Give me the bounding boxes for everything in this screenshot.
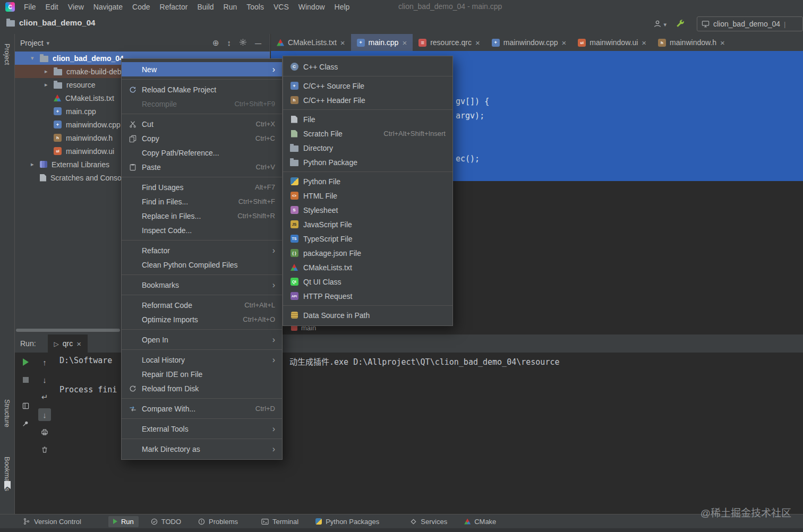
status-item-version-control[interactable]: Version Control bbox=[18, 516, 86, 527]
chevron-down-icon[interactable] bbox=[47, 39, 50, 47]
menu-item-copy[interactable]: Copy Ctrl+C bbox=[122, 131, 282, 145]
submenu-item-python-file[interactable]: Python File bbox=[283, 174, 452, 188]
close-tab-icon[interactable] bbox=[642, 38, 646, 47]
project-breadcrumb[interactable]: clion_bad_demo_04 bbox=[6, 18, 95, 27]
up-stack-trace-button[interactable]: ↑ bbox=[38, 356, 51, 368]
submenu-item-package-json[interactable]: package.json File bbox=[283, 246, 452, 260]
submenu-item-typescript-file[interactable]: TypeScript File bbox=[283, 231, 452, 246]
chevron-right-icon[interactable] bbox=[45, 81, 54, 88]
status-item-python-packages[interactable]: Python Packages bbox=[311, 516, 384, 527]
stop-button[interactable] bbox=[19, 373, 32, 386]
run-tab-qrc[interactable]: qrc bbox=[48, 334, 88, 353]
settings-gear-icon[interactable] bbox=[239, 38, 247, 48]
close-tab-icon[interactable] bbox=[76, 339, 81, 348]
menu-item-reload-cmake-project[interactable]: Reload CMake Project bbox=[122, 82, 282, 97]
submenu-item-html-file[interactable]: HTML File bbox=[283, 188, 452, 203]
horizontal-scrollbar[interactable] bbox=[16, 329, 120, 332]
close-tab-icon[interactable] bbox=[402, 38, 407, 47]
submenu-item-scratch-file[interactable]: Scratch File Ctrl+Alt+Shift+Insert bbox=[283, 126, 452, 141]
status-item-cmake[interactable]: CMake bbox=[459, 516, 501, 527]
submenu-item-cpp-header-file[interactable]: C/C++ Header File bbox=[283, 93, 452, 107]
submenu-item-directory[interactable]: Directory bbox=[283, 141, 452, 155]
chevron-right-icon[interactable] bbox=[31, 161, 40, 168]
close-tab-icon[interactable] bbox=[475, 38, 480, 47]
stripe-button-project[interactable]: Project bbox=[3, 44, 11, 65]
submenu-item-file[interactable]: File bbox=[283, 112, 452, 126]
editor-tab-mainwindow-h[interactable]: mainwindow.h bbox=[652, 34, 731, 51]
down-stack-trace-button[interactable]: ↓ bbox=[38, 373, 51, 386]
status-item-terminal[interactable]: Terminal bbox=[257, 516, 303, 527]
submenu-item-python-package[interactable]: Python Package bbox=[283, 155, 452, 169]
editor-tab-mainwindow-ui[interactable]: mainwindow.ui bbox=[572, 34, 652, 51]
run-config-selector[interactable]: clion_bad_demo_04 | bbox=[697, 16, 803, 31]
menu-item-paste[interactable]: Paste Ctrl+V bbox=[122, 160, 282, 174]
submenu-item-javascript-file[interactable]: JavaScript File bbox=[283, 217, 452, 231]
menubar-item-vcs[interactable]: VCS bbox=[269, 1, 294, 13]
menubar-item-view[interactable]: View bbox=[63, 1, 89, 13]
menu-item-find-usages[interactable]: Find Usages Alt+F7 bbox=[122, 180, 282, 194]
close-tab-icon[interactable] bbox=[561, 38, 566, 47]
editor-tab-mainwindow-cpp[interactable]: mainwindow.cpp bbox=[486, 34, 573, 51]
menubar-item-code[interactable]: Code bbox=[127, 1, 155, 13]
menu-item-refactor[interactable]: Refactor bbox=[122, 243, 282, 258]
menu-item-clean-python-compiled[interactable]: Clean Python Compiled Files bbox=[122, 258, 282, 272]
menubar-item-window[interactable]: Window bbox=[294, 1, 330, 13]
status-item-todo[interactable]: TODO bbox=[146, 516, 186, 527]
hide-panel-icon[interactable] bbox=[255, 39, 261, 47]
editor-tab-main-cpp[interactable]: main.cpp bbox=[351, 34, 413, 51]
submenu-item-cmakelists[interactable]: CMakeLists.txt bbox=[283, 260, 452, 274]
menu-item-local-history[interactable]: Local History bbox=[122, 353, 282, 367]
expand-collapse-icon[interactable] bbox=[227, 39, 232, 47]
stripe-button-structure[interactable]: Structure bbox=[3, 399, 11, 427]
print-button[interactable] bbox=[38, 426, 51, 439]
menu-item-find-in-files[interactable]: Find in Files... Ctrl+Shift+F bbox=[122, 194, 282, 209]
pin-button[interactable] bbox=[19, 417, 32, 430]
close-tab-icon[interactable] bbox=[340, 38, 345, 47]
submenu-item-stylesheet[interactable]: Stylesheet bbox=[283, 203, 452, 217]
editor-tab-cmakelists[interactable]: CMakeLists.txt bbox=[271, 34, 351, 51]
rerun-button[interactable] bbox=[19, 356, 32, 368]
chevron-right-icon[interactable] bbox=[45, 68, 54, 75]
wrench-icon[interactable] bbox=[675, 19, 684, 29]
menubar-item-refactor[interactable]: Refactor bbox=[155, 1, 193, 13]
menubar-item-navigate[interactable]: Navigate bbox=[89, 1, 127, 13]
status-item-run[interactable]: Run bbox=[108, 516, 139, 527]
submenu-item-cpp-class[interactable]: C++ Class bbox=[283, 59, 452, 74]
soft-wrap-button[interactable]: ↵ bbox=[38, 391, 51, 404]
menu-item-new[interactable]: New bbox=[122, 62, 282, 76]
submenu-item-http-request[interactable]: HTTP Request bbox=[283, 289, 452, 303]
menu-item-mark-directory-as[interactable]: Mark Directory as bbox=[122, 442, 282, 456]
menubar-item-help[interactable]: Help bbox=[330, 1, 355, 13]
menu-item-optimize-imports[interactable]: Optimize Imports Ctrl+Alt+O bbox=[122, 312, 282, 327]
editor-tab-resource-qrc[interactable]: resource.qrc bbox=[413, 34, 486, 51]
menu-item-reload-from-disk[interactable]: Reload from Disk bbox=[122, 381, 282, 396]
menu-item-open-in[interactable]: Open In bbox=[122, 332, 282, 347]
locate-file-icon[interactable] bbox=[212, 39, 219, 47]
user-icon[interactable] bbox=[653, 20, 667, 28]
menubar-item-run[interactable]: Run bbox=[219, 1, 242, 13]
clear-console-button[interactable] bbox=[38, 443, 51, 456]
submenu-item-data-source-in-path[interactable]: Data Source in Path bbox=[283, 308, 452, 322]
restore-layout-button[interactable] bbox=[19, 399, 32, 412]
menu-item-compare-with[interactable]: Compare With... Ctrl+D bbox=[122, 401, 282, 416]
submenu-item-cpp-source-file[interactable]: C/C++ Source File bbox=[283, 79, 452, 93]
status-item-problems[interactable]: Problems bbox=[193, 516, 243, 527]
menu-item-bookmarks[interactable]: Bookmarks bbox=[122, 278, 282, 292]
menu-item-inspect-code[interactable]: Inspect Code... bbox=[122, 223, 282, 237]
menubar-item-tools[interactable]: Tools bbox=[242, 1, 269, 13]
submenu-item-qt-ui-class[interactable]: Qt UI Class bbox=[283, 274, 452, 289]
menu-item-replace-in-files[interactable]: Replace in Files... Ctrl+Shift+R bbox=[122, 209, 282, 223]
scroll-to-end-button[interactable]: ↓ bbox=[38, 408, 51, 421]
chevron-down-icon[interactable] bbox=[31, 55, 40, 62]
status-item-services[interactable]: Services bbox=[405, 516, 452, 527]
menu-item-reformat-code[interactable]: Reformat Code Ctrl+Alt+L bbox=[122, 298, 282, 312]
menu-item-cut[interactable]: Cut Ctrl+X bbox=[122, 117, 282, 131]
menu-item-external-tools[interactable]: External Tools bbox=[122, 422, 282, 436]
close-tab-icon[interactable] bbox=[720, 38, 725, 47]
menu-item-copy-path[interactable]: Copy Path/Reference... bbox=[122, 145, 282, 160]
project-panel-title[interactable]: Project bbox=[20, 39, 44, 47]
menubar-item-file[interactable]: File bbox=[19, 1, 41, 13]
menubar-item-build[interactable]: Build bbox=[192, 1, 218, 13]
menubar-item-edit[interactable]: Edit bbox=[41, 1, 63, 13]
menu-item-repair-ide[interactable]: Repair IDE on File bbox=[122, 367, 282, 381]
